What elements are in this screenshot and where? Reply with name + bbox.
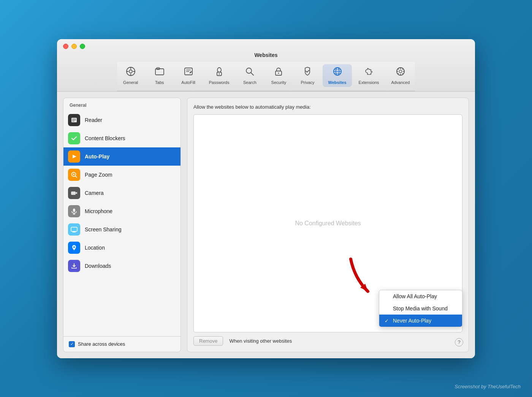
svg-line-31 — [402, 68, 403, 70]
screen-sharing-icon — [68, 223, 80, 236]
privacy-icon — [302, 66, 312, 79]
sidebar: General Reader — [63, 98, 181, 352]
minimize-button[interactable] — [71, 44, 77, 49]
tab-search-label: Search — [243, 80, 256, 85]
sidebar-item-microphone-label: Microphone — [85, 208, 112, 214]
camera-icon — [68, 187, 80, 199]
sidebar-item-page-zoom[interactable]: Page Zoom — [63, 166, 180, 184]
svg-rect-41 — [71, 191, 76, 195]
dropdown-option-stop-sound[interactable]: Stop Media with Sound — [379, 302, 462, 315]
tab-security-label: Security — [271, 80, 287, 85]
remove-button[interactable]: Remove — [193, 336, 223, 346]
svg-line-15 — [251, 73, 253, 75]
tab-security[interactable]: Security — [265, 64, 292, 87]
content-blockers-icon — [68, 132, 80, 144]
svg-line-29 — [397, 68, 399, 70]
location-icon — [68, 242, 80, 254]
general-icon — [126, 66, 136, 79]
sidebar-item-location-label: Location — [85, 245, 105, 251]
dropdown-option-never[interactable]: ✓ Never Auto-Play — [379, 315, 462, 327]
sidebar-bottom: ✓ Share across devices — [63, 336, 180, 352]
tab-websites[interactable]: Websites — [323, 64, 352, 87]
svg-point-47 — [73, 246, 75, 248]
downloads-icon — [68, 260, 80, 272]
tab-tabs-label: Tabs — [155, 80, 164, 85]
dropdown-menu: Allow All Auto-Play Stop Media with Soun… — [379, 290, 462, 327]
tab-websites-label: Websites — [328, 80, 346, 85]
sidebar-item-auto-play[interactable]: Auto-Play — [63, 147, 180, 166]
svg-line-32 — [397, 73, 399, 74]
close-button[interactable] — [63, 44, 68, 49]
sidebar-item-reader[interactable]: Reader — [63, 111, 180, 129]
help-button[interactable]: ? — [455, 338, 463, 346]
sidebar-item-page-zoom-label: Page Zoom — [85, 172, 112, 178]
share-across-devices-label: Share across devices — [78, 341, 125, 347]
traffic-lights — [63, 44, 85, 49]
checkmark-selected: ✓ — [385, 318, 391, 324]
svg-point-13 — [218, 73, 220, 74]
option-never-label: Never Auto-Play — [393, 318, 431, 324]
sidebar-item-location[interactable]: Location — [63, 239, 180, 257]
when-visiting-label: When visiting other websites — [229, 338, 462, 344]
tab-general-label: General — [123, 80, 138, 85]
fullscreen-button[interactable] — [80, 44, 85, 49]
sidebar-item-reader-label: Reader — [85, 117, 102, 123]
svg-point-1 — [129, 70, 132, 73]
advanced-icon — [396, 66, 405, 79]
tab-extensions-label: Extensions — [359, 80, 379, 85]
websites-icon — [332, 66, 342, 79]
tab-advanced[interactable]: Advanced — [386, 64, 415, 87]
tab-advanced-label: Advanced — [391, 80, 410, 85]
main-content: General Reader — [57, 92, 475, 358]
search-icon — [245, 66, 255, 79]
tab-autofill[interactable]: AutoFill — [175, 64, 202, 87]
window-title: Websites — [254, 52, 277, 58]
right-panel: Allow the websites below to automaticall… — [187, 98, 469, 352]
passwords-icon — [214, 66, 224, 79]
option-stop-sound-label: Stop Media with Sound — [393, 305, 448, 312]
svg-rect-42 — [73, 209, 75, 212]
dropdown-option-allow-all[interactable]: Allow All Auto-Play — [379, 290, 462, 302]
share-across-devices-checkbox[interactable]: ✓ — [69, 341, 75, 347]
svg-point-17 — [278, 73, 279, 74]
sidebar-item-content-blockers-label: Content Blockers — [85, 135, 125, 141]
sidebar-item-downloads[interactable]: Downloads — [63, 257, 180, 275]
extensions-icon — [364, 66, 374, 79]
titlebar: Websites General — [57, 39, 475, 92]
microphone-icon — [68, 205, 80, 217]
tab-search[interactable]: Search — [236, 64, 263, 87]
titlebar-title-row: Websites — [63, 52, 469, 58]
auto-play-icon — [68, 150, 80, 163]
no-websites-text: No Configured Websites — [295, 220, 361, 227]
tab-privacy[interactable]: Privacy — [294, 64, 321, 87]
sidebar-item-screen-sharing[interactable]: Screen Sharing — [63, 220, 180, 239]
tab-passwords-label: Passwords — [209, 80, 230, 85]
security-icon — [274, 66, 283, 79]
tab-extensions[interactable]: Extensions — [353, 64, 385, 87]
sidebar-section-label: General — [63, 98, 180, 111]
svg-line-30 — [402, 73, 403, 74]
sidebar-item-screen-sharing-label: Screen Sharing — [85, 226, 122, 233]
svg-point-24 — [399, 70, 402, 73]
tab-privacy-label: Privacy — [301, 80, 314, 85]
panel-bottom: Remove When visiting other websites Allo… — [193, 336, 462, 346]
watermark: Screenshot by TheUsefulTech — [454, 384, 521, 389]
svg-line-38 — [75, 176, 77, 177]
svg-point-11 — [217, 68, 221, 72]
tab-tabs[interactable]: Tabs — [146, 64, 173, 87]
sidebar-item-content-blockers[interactable]: Content Blockers — [63, 129, 180, 147]
sidebar-item-microphone[interactable]: Microphone — [63, 202, 180, 220]
sidebar-item-downloads-label: Downloads — [85, 263, 111, 269]
tab-autofill-label: AutoFill — [181, 80, 195, 85]
safari-preferences-window: Websites General — [57, 39, 475, 358]
option-allow-all-label: Allow All Auto-Play — [393, 293, 437, 299]
tab-passwords[interactable]: Passwords — [204, 64, 235, 87]
page-zoom-icon — [68, 169, 80, 181]
tabs-icon — [155, 66, 165, 79]
svg-rect-45 — [71, 227, 77, 231]
autofill-icon — [184, 66, 193, 79]
tab-general[interactable]: General — [117, 64, 144, 87]
checkmark-icon: ✓ — [70, 342, 74, 346]
sidebar-item-auto-play-label: Auto-Play — [85, 153, 109, 160]
sidebar-item-camera[interactable]: Camera — [63, 184, 180, 202]
